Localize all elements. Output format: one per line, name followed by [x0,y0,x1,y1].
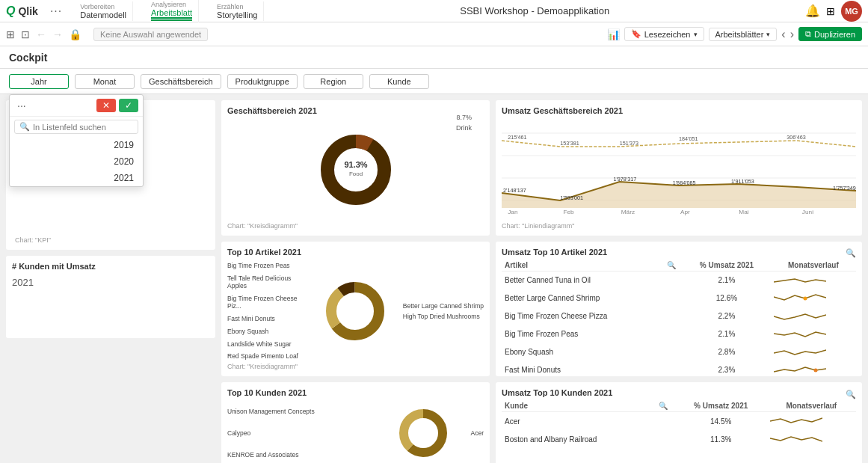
cell-spark [771,289,856,307]
tb2-next-icon[interactable]: › [790,28,794,41]
cell-name: Better Canned Tuna in Oil [502,271,661,289]
qlik-logo[interactable]: Q Qlik [6,4,38,18]
dropdown-item-2020[interactable]: 2020 [10,153,143,170]
svg-text:184'051: 184'051 [679,136,698,142]
list-item: Unison Management Concepts [227,408,375,415]
table-row: Better Large Canned Shrimp 12.6% [502,289,856,307]
cell-pct: 2.8% [683,343,771,361]
geschaeftsbereich-title: Geschäftsbereich 2021 [227,106,484,115]
svg-text:1'911'053: 1'911'053 [731,179,754,185]
table-row: Fast Mini Donuts 2.3% [502,361,856,377]
umsatz-geschaeftsbereich-subtitle: Chart: "Liniendiagramm" [502,222,856,230]
list-item: Big Time Frozen Peas [227,262,307,269]
svg-text:März: März [621,209,635,215]
kunden-search-icon[interactable]: 🔍 [846,390,856,399]
cell-pct: 12.6% [683,289,771,307]
list-item: Big Time Frozen Cheese Piz... [227,295,307,310]
cell-name: Big Time Frozen Cheese Pizza [502,307,661,325]
bookmark-icon: 🔖 [631,29,641,39]
nav-arbeitsblatt[interactable]: Analysieren Arbeitsblatt [145,0,199,22]
nav-storytelling[interactable]: Erzählen Storytelling [211,1,264,21]
table-row: Ebony Squash 2.8% [502,343,856,361]
tb2-arrow-right-icon[interactable]: → [52,28,63,40]
top-bar-right: 🔔 ⊞ MG [805,1,862,22]
dropdown-cancel-button[interactable]: ✕ [96,99,116,112]
dropdown-item-2021[interactable]: 2021 [10,170,143,186]
col-search2[interactable]: 🔍 [652,400,675,412]
col-search[interactable]: 🔍 [661,260,683,272]
duplicate-icon: ⧉ [805,29,811,39]
grid-apps-icon[interactable]: ⊞ [826,5,835,17]
filter-region[interactable]: Region [304,74,363,89]
top-bar: Q Qlik ··· Vorbereiten Datenmodell Analy… [0,0,868,22]
col-sparkline: Monatsverlauf [771,260,856,272]
tb2-lock-icon[interactable]: 🔒 [69,28,81,40]
top10-artikel-subtitle: Chart: "Kreisdiagramm" [227,363,484,370]
dropdown-search-input[interactable] [33,123,133,132]
top10-artikel-title: Top 10 Artikel 2021 [227,248,484,257]
tb2-fit-icon[interactable]: ⊡ [21,28,30,40]
kunden-umsatz-card: # Kunden mit Umsatz 2021 [6,256,215,338]
bookmarks-button[interactable]: 🔖 Lesezeichen ▾ [624,27,704,41]
filter-bar: Jahr Monat Geschäftsbereich Produktgrupp… [0,69,868,94]
umsatz-top10-header: Umsatz Top 10 Artikel 2021 🔍 [502,248,856,260]
table-row: Big Time Frozen Peas 2.1% [502,325,856,343]
svg-point-31 [803,296,807,300]
selection-badge: Keine Auswahl angewendet [93,28,208,41]
tb2-grid-icon[interactable]: ⊞ [6,28,15,40]
list-item: Landslide White Sugar [227,340,307,348]
svg-text:1'884'085: 1'884'085 [673,180,696,186]
nav-datenmodell[interactable]: Vorbereiten Datenmodell [74,1,133,21]
top10-kunden-title: Top 10 Kunden 2021 [227,388,484,397]
cell-kunde: Acer [502,412,652,431]
svg-text:1'593'001: 1'593'001 [560,195,583,201]
chevron-down-icon: ▾ [694,31,698,38]
table-row: Boston and Albany Railroad 11.3% [502,430,856,448]
avatar[interactable]: MG [841,1,862,22]
duplicate-button[interactable]: ⧉ Duplizieren [798,27,862,41]
svg-text:Mai: Mai [739,209,748,215]
table-search-icon[interactable]: 🔍 [846,248,856,258]
search-icon: 🔍 [19,122,30,132]
bell-icon[interactable]: 🔔 [805,4,820,18]
filter-produktgruppe[interactable]: Produktgruppe [227,74,298,89]
filter-kunde[interactable]: Kunde [369,74,429,89]
svg-text:Juni: Juni [802,209,813,215]
page-title: Cockpit [9,52,47,64]
filter-geschaeftsbereich[interactable]: Geschäftsbereich [141,74,221,89]
svg-text:151'373: 151'373 [620,141,638,147]
cell-pct: 2.2% [683,307,771,325]
filter-monat[interactable]: Monat [75,74,135,89]
tb2-prev-icon[interactable]: ‹ [781,28,785,41]
top10-artikel-layout: Big Time Frozen Peas Tell Tale Red Delic… [227,260,484,364]
qlik-text: Qlik [18,5,37,17]
more-dots-icon[interactable]: ··· [50,4,62,18]
list-item: Fast Mini Donuts [227,315,307,322]
cell-spark [771,271,856,289]
filter-jahr[interactable]: Jahr [9,74,69,89]
tb2-chart-icon[interactable]: 📊 [607,28,620,40]
svg-text:Feb: Feb [563,209,574,215]
svg-point-32 [813,368,817,372]
right-panel: Umsatz Geschäftsbereich 2021 215'461 [496,100,862,463]
page-title-bar: Cockpit [0,46,868,69]
dropdown-confirm-button[interactable]: ✓ [119,99,138,112]
toolbar2-right: 📊 🔖 Lesezeichen ▾ Arbeitsblätter ▾ ‹ › ⧉… [607,27,862,41]
dropdown-search[interactable]: 🔍 [14,120,138,134]
tb2-arrow-left-icon[interactable]: ← [36,28,46,40]
dropdown-item-2019[interactable]: 2019 [10,137,143,153]
svg-text:Jan: Jan [508,209,517,215]
umsatz-kunden-title: Umsatz Top 10 Kunden 2021 [502,388,612,397]
list-item: Ebony Squash [227,328,307,335]
cell-spark [771,307,856,325]
cell-kunde: Boston and Albany Railroad [502,430,652,448]
svg-point-0 [327,141,384,198]
middle-panel: Geschäftsbereich 2021 91.3% Food Drink 8… [221,100,490,463]
geschaeftsbereich-card: Geschäftsbereich 2021 91.3% Food Drink 8… [221,100,490,236]
umsatz-geschaeftsbereich-title: Umsatz Geschäftsbereich 2021 [502,106,856,115]
cell-spark [767,412,856,431]
worksheets-button[interactable]: Arbeitsblätter ▾ [709,28,778,41]
umsatz-geschaeftsbereich-card: Umsatz Geschäftsbereich 2021 215'461 [496,100,862,236]
table-row: Big Time Frozen Cheese Pizza 2.2% [502,307,856,325]
dropdown-more-icon[interactable]: ··· [14,98,29,113]
